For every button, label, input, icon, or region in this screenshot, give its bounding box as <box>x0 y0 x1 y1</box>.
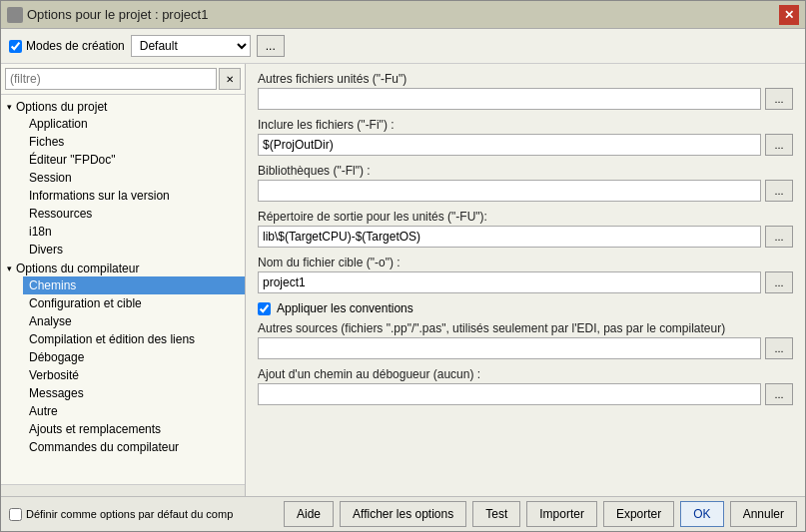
item-label: Autre <box>29 404 58 418</box>
field-autres-sources: Autres sources (fichiers ".pp"/".pas", u… <box>258 321 793 359</box>
top-bar: Modes de création Default Debug Release … <box>1 29 805 64</box>
item-label: i18n <box>29 225 52 239</box>
main-window: Options pour le projet : project1 ✕ Mode… <box>0 0 806 532</box>
tree-group-options-projet[interactable]: ▾ Options du projet <box>1 97 245 115</box>
left-panel: ✕ ▾ Options du projet Application Fiches <box>1 64 246 496</box>
app-icon <box>7 7 23 23</box>
group1-arrow: ▾ <box>7 102 12 112</box>
field-chemin-debogueur: Ajout d'un chemin au débogueur (aucun) :… <box>258 367 793 405</box>
field-label-2: Bibliothèques ("-Fl") : <box>258 164 793 178</box>
sidebar-item-verbosite[interactable]: Verbosité <box>23 366 245 384</box>
default-options-checkbox[interactable] <box>9 508 22 521</box>
right-panel: Autres fichiers unités ("-Fu") ... Inclu… <box>246 64 805 496</box>
sidebar-item-fiches[interactable]: Fiches <box>23 133 245 151</box>
item-label: Débogage <box>29 350 84 364</box>
field-row-2: ... <box>258 180 793 202</box>
field-input-2[interactable] <box>258 180 761 202</box>
sidebar-item-editeur[interactable]: Éditeur "FPDoc" <box>23 151 245 169</box>
window-title: Options pour le projet : project1 <box>27 7 208 22</box>
filter-input[interactable] <box>5 68 217 90</box>
field-btn-1[interactable]: ... <box>765 134 793 156</box>
field-btn-2[interactable]: ... <box>765 180 793 202</box>
importer-button[interactable]: Importer <box>526 501 597 527</box>
field-input-6[interactable] <box>258 337 761 359</box>
sidebar-item-autre[interactable]: Autre <box>23 402 245 420</box>
bottom-checkbox-row: Définir comme options par défaut du comp <box>9 508 278 521</box>
group2-label: Options du compilateur <box>16 262 139 275</box>
modes-select[interactable]: Default Debug Release <box>131 35 251 57</box>
item-label: Compilation et édition des liens <box>29 332 195 346</box>
default-options-label: Définir comme options par défaut du comp <box>26 508 233 520</box>
field-btn-4[interactable]: ... <box>765 271 793 293</box>
filter-clear-btn[interactable]: ✕ <box>219 68 241 90</box>
item-label: Informations sur la version <box>29 189 170 203</box>
field-btn-7[interactable]: ... <box>765 383 793 405</box>
aide-button[interactable]: Aide <box>284 501 334 527</box>
field-nom-cible: Nom du fichier cible ("-o") : ... <box>258 256 793 293</box>
field-label-0: Autres fichiers unités ("-Fu") <box>258 72 793 86</box>
field-input-7[interactable] <box>258 383 761 405</box>
close-button[interactable]: ✕ <box>779 5 799 25</box>
main-content: Modes de création Default Debug Release … <box>1 29 805 531</box>
sidebar-item-divers[interactable]: Divers <box>23 241 245 259</box>
field-input-4[interactable] <box>258 271 761 293</box>
sidebar-item-config-cible[interactable]: Configuration et cible <box>23 294 245 312</box>
item-label: Commandes du compilateur <box>29 440 179 454</box>
field-btn-3[interactable]: ... <box>765 226 793 248</box>
field-label-1: Inclure les fichiers ("-Fi") : <box>258 118 793 132</box>
field-input-0[interactable] <box>258 88 761 110</box>
item-label: Session <box>29 171 72 185</box>
sidebar-item-chemins[interactable]: Chemins <box>23 276 245 294</box>
item-label: Ajouts et remplacements <box>29 422 161 436</box>
checkbox-conventions-input[interactable] <box>258 302 271 315</box>
item-label: Analyse <box>29 314 72 328</box>
item-label: Application <box>29 117 88 131</box>
sidebar-item-compilation[interactable]: Compilation et édition des liens <box>23 330 245 348</box>
sidebar-item-messages[interactable]: Messages <box>23 384 245 402</box>
field-btn-6[interactable]: ... <box>765 337 793 359</box>
field-row-7: ... <box>258 383 793 405</box>
item-label: Divers <box>29 243 63 257</box>
modes-checkbox[interactable] <box>9 40 22 53</box>
sidebar-item-commandes[interactable]: Commandes du compilateur <box>23 438 245 456</box>
sidebar-item-application[interactable]: Application <box>23 115 245 133</box>
annuler-button[interactable]: Annuler <box>730 501 797 527</box>
field-row-0: ... <box>258 88 793 110</box>
tree-group1-children: Application Fiches Éditeur "FPDoc" Sessi… <box>1 115 245 259</box>
field-label-4: Nom du fichier cible ("-o") : <box>258 256 793 269</box>
tree-scrollbar[interactable] <box>1 484 245 496</box>
checkbox-conventions[interactable]: Appliquer les conventions <box>258 301 793 315</box>
test-button[interactable]: Test <box>472 501 520 527</box>
field-btn-0[interactable]: ... <box>765 88 793 110</box>
modes-label: Modes de création <box>26 39 125 53</box>
sidebar-item-version[interactable]: Informations sur la version <box>23 187 245 205</box>
field-bibliotheques: Bibliothèques ("-Fl") : ... <box>258 164 793 202</box>
tree-group-compilateur[interactable]: ▾ Options du compilateur <box>1 259 245 276</box>
modes-checkbox-label[interactable]: Modes de création <box>9 39 125 53</box>
group2-arrow: ▾ <box>7 264 12 273</box>
field-row-3: ... <box>258 226 793 248</box>
modes-btn[interactable]: ... <box>257 35 285 57</box>
ok-button[interactable]: OK <box>680 501 723 527</box>
sidebar-item-session[interactable]: Session <box>23 169 245 187</box>
item-label: Éditeur "FPDoc" <box>29 153 116 167</box>
sidebar-item-analyse[interactable]: Analyse <box>23 312 245 330</box>
field-row-1: ... <box>258 134 793 156</box>
field-input-1[interactable] <box>258 134 761 156</box>
sidebar-item-ajouts[interactable]: Ajouts et remplacements <box>23 420 245 438</box>
sidebar-item-debogage[interactable]: Débogage <box>23 348 245 366</box>
item-label: Fiches <box>29 135 64 149</box>
field-label-6: Autres sources (fichiers ".pp"/".pas", u… <box>258 321 793 335</box>
item-label: Configuration et cible <box>29 296 142 310</box>
field-label-7: Ajout d'un chemin au débogueur (aucun) : <box>258 367 793 381</box>
exporter-button[interactable]: Exporter <box>603 501 674 527</box>
title-bar: Options pour le projet : project1 ✕ <box>1 1 805 29</box>
item-label: Verbosité <box>29 368 79 382</box>
field-input-3[interactable] <box>258 226 761 248</box>
field-row-4: ... <box>258 271 793 293</box>
group1-label: Options du projet <box>16 100 107 114</box>
show-opts-button[interactable]: Afficher les options <box>340 501 466 527</box>
field-autres-fichiers: Autres fichiers unités ("-Fu") ... <box>258 72 793 110</box>
sidebar-item-i18n[interactable]: i18n <box>23 223 245 241</box>
sidebar-item-ressources[interactable]: Ressources <box>23 205 245 223</box>
